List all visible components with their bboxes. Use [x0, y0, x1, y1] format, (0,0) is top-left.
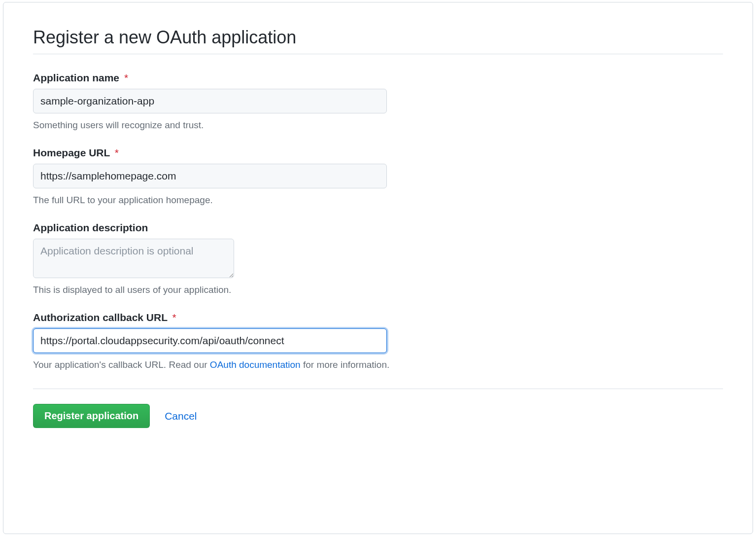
app-description-hint: This is displayed to all users of your a…	[33, 283, 723, 297]
required-asterisk-icon: *	[124, 72, 128, 83]
app-name-hint: Something users will recognize and trust…	[33, 118, 723, 132]
register-application-button[interactable]: Register application	[33, 404, 150, 428]
callback-url-label: Authorization callback URL *	[33, 312, 723, 323]
app-name-label: Application name *	[33, 72, 723, 84]
callback-url-input[interactable]	[33, 328, 387, 353]
button-row: Register application Cancel	[33, 404, 723, 428]
oauth-documentation-link[interactable]: OAuth documentation	[210, 359, 301, 370]
app-description-group: Application description This is displaye…	[33, 222, 723, 297]
oauth-registration-form: Register a new OAuth application Applica…	[3, 2, 753, 534]
app-name-label-text: Application name	[33, 72, 119, 83]
homepage-url-input[interactable]	[33, 164, 387, 188]
callback-url-group: Authorization callback URL * Your applic…	[33, 312, 723, 372]
callback-hint-suffix: for more information.	[301, 359, 390, 370]
callback-url-hint: Your application's callback URL. Read ou…	[33, 358, 723, 372]
homepage-url-hint: The full URL to your application homepag…	[33, 193, 723, 207]
homepage-url-label: Homepage URL *	[33, 147, 723, 159]
homepage-url-group: Homepage URL * The full URL to your appl…	[33, 147, 723, 207]
app-name-group: Application name * Something users will …	[33, 72, 723, 132]
app-description-label: Application description	[33, 222, 723, 234]
cancel-button[interactable]: Cancel	[165, 410, 197, 422]
app-name-input[interactable]	[33, 89, 387, 113]
app-description-textarea[interactable]	[33, 239, 234, 278]
required-asterisk-icon: *	[115, 147, 119, 158]
homepage-url-label-text: Homepage URL	[33, 147, 110, 158]
page-title: Register a new OAuth application	[33, 27, 723, 54]
callback-hint-prefix: Your application's callback URL. Read ou…	[33, 359, 210, 370]
required-asterisk-icon: *	[172, 312, 176, 323]
callback-url-label-text: Authorization callback URL	[33, 312, 168, 323]
divider	[33, 389, 723, 389]
